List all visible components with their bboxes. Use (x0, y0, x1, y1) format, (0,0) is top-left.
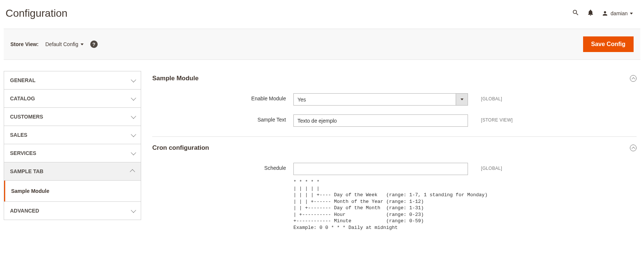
chevron-down-icon (131, 96, 136, 101)
sidebar-item-label: SALES (10, 132, 27, 138)
notifications-icon[interactable] (587, 9, 594, 18)
collapse-icon (630, 75, 637, 82)
help-icon[interactable]: ? (90, 41, 98, 48)
caret-down-icon (630, 13, 633, 14)
user-icon (602, 10, 608, 17)
sample-text-input[interactable] (293, 114, 468, 127)
schedule-input[interactable] (293, 163, 468, 175)
sidebar-item-label: CATALOG (10, 96, 35, 101)
chevron-down-icon (131, 208, 136, 213)
select-toggle[interactable] (456, 94, 468, 105)
sidebar-item-sales[interactable]: SALES (4, 126, 141, 144)
sample-text-label: Sample Text (152, 114, 293, 123)
chevron-down-icon (131, 77, 136, 83)
schedule-label: Schedule (152, 163, 293, 171)
sidebar-item-general[interactable]: GENERAL (4, 71, 141, 89)
save-config-button[interactable]: Save Config (583, 36, 634, 52)
chevron-up-icon (130, 169, 135, 174)
config-sidebar: GENERAL CATALOG CUSTOMERS SALES SERV (4, 71, 141, 220)
section-title: Sample Module (152, 75, 199, 82)
chevron-down-icon (131, 150, 136, 155)
section-title: Cron configuration (152, 144, 209, 152)
section-head-cron[interactable]: Cron configuration (152, 140, 637, 158)
sidebar-item-sample-tab[interactable]: SAMPLE TAB (4, 162, 141, 180)
sidebar-item-label: SERVICES (10, 150, 36, 156)
chevron-down-icon (131, 114, 136, 119)
sidebar-item-services[interactable]: SERVICES (4, 144, 141, 162)
section-sample-module: Sample Module Enable Module Yes [GLOBAL]… (152, 71, 637, 137)
section-cron: Cron configuration Schedule * * * * * | … (152, 140, 637, 235)
sidebar-subitem-sample-module[interactable]: Sample Module (4, 181, 141, 201)
store-view-value: Default Config (45, 41, 78, 47)
user-name: damian (611, 10, 628, 16)
enable-module-label: Enable Module (152, 93, 293, 101)
sidebar-item-customers[interactable]: CUSTOMERS (4, 108, 141, 126)
sidebar-item-label: SAMPLE TAB (10, 168, 43, 174)
collapse-icon (630, 145, 637, 151)
caret-down-icon (81, 43, 84, 45)
sidebar-item-advanced[interactable]: ADVANCED (4, 202, 141, 220)
enable-module-value: Yes (294, 94, 456, 105)
page-title: Configuration (6, 7, 572, 19)
store-view-switcher[interactable]: Default Config (45, 41, 84, 47)
field-scope: [GLOBAL] (481, 163, 502, 171)
section-head-sample-module[interactable]: Sample Module (152, 71, 637, 89)
cron-help-text: * * * * * | | | | | | | | | +---- Day of… (293, 179, 468, 231)
sidebar-item-label: ADVANCED (10, 208, 39, 214)
user-menu[interactable]: damian (602, 10, 633, 17)
sidebar-item-catalog[interactable]: CATALOG (4, 90, 141, 107)
sidebar-item-label: CUSTOMERS (10, 114, 43, 120)
chevron-down-icon (131, 132, 136, 137)
search-icon[interactable] (572, 9, 579, 18)
enable-module-select[interactable]: Yes (293, 93, 468, 106)
store-view-label: Store View: (10, 41, 39, 47)
field-scope: [GLOBAL] (481, 93, 502, 101)
section-divider (152, 136, 637, 137)
sidebar-item-label: GENERAL (10, 77, 35, 83)
caret-down-icon (461, 98, 464, 100)
field-scope: [STORE VIEW] (481, 114, 513, 123)
